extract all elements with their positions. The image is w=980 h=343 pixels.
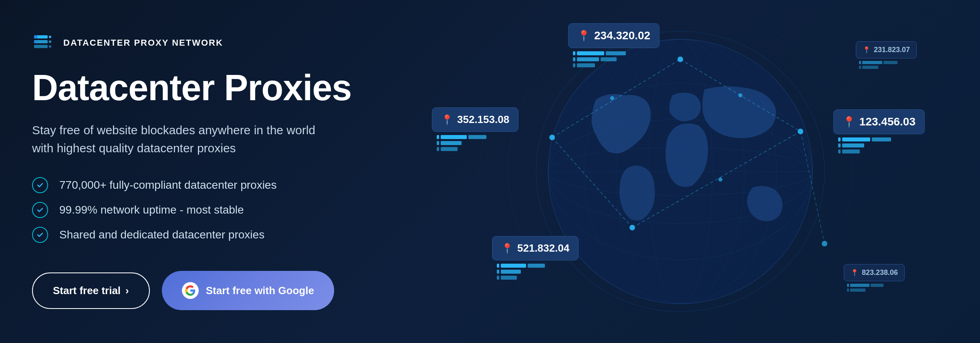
- node-middle-left: 📍 352.153.08: [432, 107, 518, 151]
- svg-point-7: [49, 45, 51, 48]
- node-value-middle-left: 352.153.08: [457, 113, 509, 126]
- node-value-bottom-right: 823.238.06: [862, 268, 898, 277]
- node-top-center: 📍 234.320.02: [568, 23, 659, 67]
- svg-point-32: [718, 178, 722, 182]
- node-value-top-right: 231.823.07: [874, 46, 910, 54]
- node-bottom-right: 📍 823.238.06: [844, 264, 905, 292]
- page-wrapper: DATACENTER PROXY NETWORK Datacenter Prox…: [0, 0, 980, 343]
- brand-icon: [32, 33, 56, 53]
- svg-point-6: [49, 40, 51, 43]
- check-icon-2: [32, 202, 48, 218]
- svg-point-5: [49, 36, 51, 38]
- svg-point-26: [549, 135, 555, 140]
- chevron-right-icon: ›: [125, 284, 129, 297]
- right-visual: 📍 234.320.02: [381, 0, 980, 343]
- list-item: 99.99% network uptime - most stable: [32, 202, 357, 218]
- google-icon: [182, 282, 199, 299]
- brand-header: DATACENTER PROXY NETWORK: [32, 33, 357, 53]
- trial-label: Start free trial: [53, 284, 121, 297]
- globe-container: 📍 234.320.02: [420, 15, 941, 328]
- check-icon-3: [32, 227, 48, 243]
- feature-text-3: Shared and dedicated datacenter proxies: [59, 228, 264, 241]
- svg-point-30: [738, 93, 742, 97]
- feature-text-1: 770,000+ fully-compliant datacenter prox…: [59, 179, 276, 192]
- node-middle-right: 📍 123.456.03: [833, 109, 925, 153]
- check-icon-1: [32, 177, 48, 193]
- left-content: DATACENTER PROXY NETWORK Datacenter Prox…: [0, 0, 381, 343]
- google-signup-button[interactable]: Start free with Google: [162, 271, 334, 310]
- svg-rect-4: [34, 45, 48, 48]
- start-trial-button[interactable]: Start free trial ›: [32, 272, 150, 309]
- feature-text-2: 99.99% network uptime - most stable: [59, 204, 244, 216]
- svg-point-25: [678, 56, 683, 62]
- node-bottom-center: 📍 521.832.04: [492, 236, 579, 280]
- svg-rect-3: [34, 40, 37, 43]
- list-item: Shared and dedicated datacenter proxies: [32, 227, 357, 243]
- brand-name: DATACENTER PROXY NETWORK: [63, 38, 223, 48]
- svg-point-31: [610, 96, 614, 100]
- features-list: 770,000+ fully-compliant datacenter prox…: [32, 177, 357, 243]
- svg-point-28: [629, 225, 635, 230]
- cta-buttons: Start free trial › Start free with Googl…: [32, 271, 357, 310]
- node-top-right: 📍 231.823.07: [856, 41, 917, 69]
- svg-point-29: [822, 241, 827, 246]
- main-title: Datacenter Proxies: [32, 69, 357, 107]
- node-value-bottom-center: 521.832.04: [517, 242, 569, 254]
- google-label: Start free with Google: [206, 284, 314, 297]
- node-value-middle-right: 123.456.03: [859, 115, 915, 128]
- svg-rect-1: [34, 35, 37, 38]
- svg-point-27: [798, 129, 803, 134]
- node-value-top-center: 234.320.02: [594, 29, 650, 42]
- list-item: 770,000+ fully-compliant datacenter prox…: [32, 177, 357, 193]
- subtitle: Stay free of website blockades anywhere …: [32, 121, 333, 157]
